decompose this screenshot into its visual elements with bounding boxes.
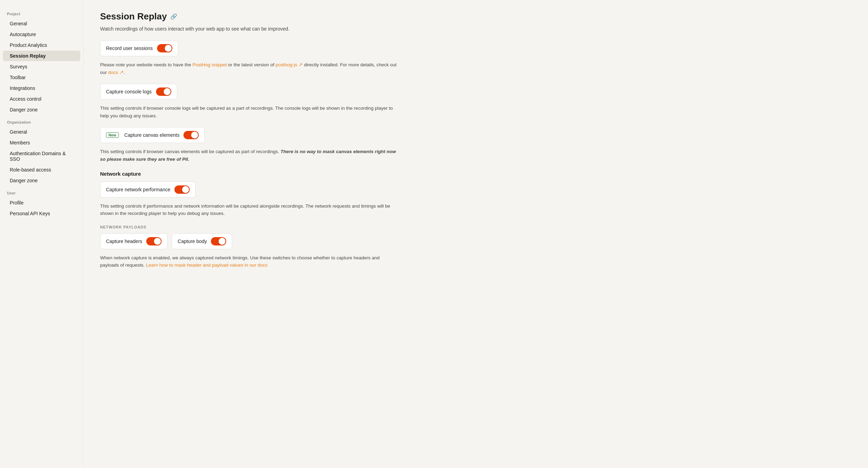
posthog-js-link[interactable]: posthog-js ↗ xyxy=(276,62,303,67)
network-capture-heading: Network capture xyxy=(100,171,449,177)
page-title: Session Replay xyxy=(100,11,167,22)
sidebar-item-danger-zone-project[interactable]: Danger zone xyxy=(3,105,80,115)
capture-console-logs-label: Capture console logs xyxy=(106,89,152,94)
sidebar-item-surveys[interactable]: Surveys xyxy=(3,61,80,72)
org-section-label: Organization xyxy=(0,115,83,126)
capture-body-row: Capture body xyxy=(172,233,232,249)
capture-headers-thumb xyxy=(154,238,161,245)
capture-console-logs-row: Capture console logs xyxy=(100,84,177,100)
sidebar-item-toolbar[interactable]: Toolbar xyxy=(3,72,80,83)
posthog-note: Please note your website needs to have t… xyxy=(100,61,399,76)
sidebar-item-autocapture[interactable]: Autocapture xyxy=(3,29,80,40)
network-note: When network capture is enabled, we alwa… xyxy=(100,254,399,269)
sidebar-item-auth-domains[interactable]: Authentication Domains & SSO xyxy=(3,148,80,164)
docs-link[interactable]: docs ↗ xyxy=(108,70,123,75)
record-sessions-track[interactable] xyxy=(157,44,172,52)
sidebar-item-session-replay[interactable]: Session Replay xyxy=(3,51,80,61)
record-sessions-toggle[interactable] xyxy=(157,44,172,52)
note-end: . xyxy=(124,70,125,75)
capture-network-toggle[interactable] xyxy=(174,185,190,194)
capture-network-thumb xyxy=(182,186,189,193)
sidebar-item-general[interactable]: General xyxy=(3,18,80,29)
sidebar-item-role-based-access[interactable]: Role-based access xyxy=(3,165,80,175)
network-payloads-label: NETWORK PAYLOADS xyxy=(100,225,449,229)
capture-canvas-label: Capture canvas elements xyxy=(124,132,180,138)
capture-canvas-row: New Capture canvas elements xyxy=(100,127,205,143)
note-before: Please note your website needs to have t… xyxy=(100,62,193,67)
capture-headers-label: Capture headers xyxy=(106,239,142,244)
capture-canvas-track[interactable] xyxy=(183,131,199,139)
console-logs-description: This setting controls if browser console… xyxy=(100,105,399,119)
capture-console-logs-track[interactable] xyxy=(156,87,171,96)
page-header: Session Replay 🔗 xyxy=(100,11,449,22)
sidebar-item-members[interactable]: Members xyxy=(3,137,80,148)
sidebar: Project General Autocapture Product Anal… xyxy=(0,0,83,468)
capture-body-thumb xyxy=(219,238,226,245)
record-sessions-row: Record user sessions xyxy=(100,40,178,56)
canvas-desc-normal: This setting controls if browser canvas … xyxy=(100,149,279,154)
capture-network-label: Capture network performance xyxy=(106,187,170,192)
new-badge: New xyxy=(106,132,119,138)
canvas-description: This setting controls if browser canvas … xyxy=(100,148,399,163)
capture-body-track[interactable] xyxy=(211,237,226,245)
project-section-label: Project xyxy=(0,7,83,18)
posthog-snippet-link[interactable]: PostHog snippet xyxy=(193,62,227,67)
user-section-label: User xyxy=(0,186,83,197)
sidebar-item-danger-zone-org[interactable]: Danger zone xyxy=(3,175,80,186)
capture-canvas-thumb xyxy=(191,132,198,139)
sidebar-item-access-control[interactable]: Access control xyxy=(3,94,80,104)
capture-console-logs-toggle[interactable] xyxy=(156,87,171,96)
sidebar-item-product-analytics[interactable]: Product Analytics xyxy=(3,40,80,50)
capture-canvas-toggle[interactable] xyxy=(183,131,199,139)
capture-headers-track[interactable] xyxy=(146,237,162,245)
capture-console-logs-thumb xyxy=(164,88,171,95)
sidebar-item-org-general[interactable]: General xyxy=(3,127,80,137)
page-description: Watch recordings of how users interact w… xyxy=(100,25,449,33)
record-sessions-thumb xyxy=(165,45,172,52)
sidebar-item-integrations[interactable]: Integrations xyxy=(3,83,80,93)
sidebar-item-api-keys[interactable]: Personal API Keys xyxy=(3,208,80,219)
capture-network-row: Capture network performance xyxy=(100,182,196,198)
network-description: This setting controls if performance and… xyxy=(100,202,399,217)
network-payloads-toggles: Capture headers Capture body xyxy=(100,233,449,249)
note-middle: or the latest version of xyxy=(227,62,276,67)
record-sessions-label: Record user sessions xyxy=(106,45,153,51)
sidebar-item-profile[interactable]: Profile xyxy=(3,198,80,208)
capture-network-track[interactable] xyxy=(174,185,190,194)
capture-body-label: Capture body xyxy=(178,239,207,244)
main-content: Session Replay 🔗 Watch recordings of how… xyxy=(83,0,466,468)
network-docs-link[interactable]: Learn how to mask header and payload val… xyxy=(146,262,268,268)
capture-headers-toggle[interactable] xyxy=(146,237,162,245)
capture-body-toggle[interactable] xyxy=(211,237,226,245)
capture-headers-row: Capture headers xyxy=(100,233,167,249)
permalink-icon[interactable]: 🔗 xyxy=(170,13,177,20)
